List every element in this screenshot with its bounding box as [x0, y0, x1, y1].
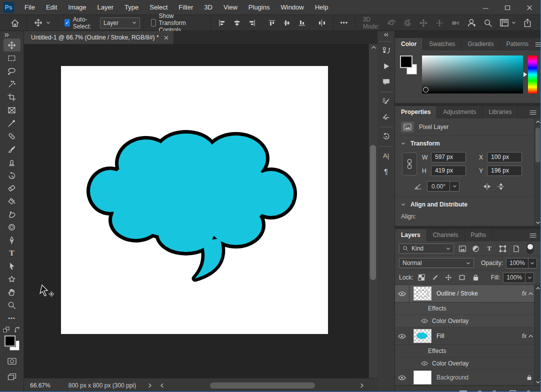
filter-type-layers-button[interactable]: T: [484, 244, 494, 254]
color-overlay-row[interactable]: Color Overlay: [395, 315, 541, 328]
collapse-panels-button[interactable]: [378, 31, 394, 38]
brush-tool[interactable]: [4, 142, 20, 156]
spot-healing-brush-tool[interactable]: [4, 130, 20, 142]
tab-libraries[interactable]: Libraries: [482, 106, 518, 118]
tool-preset-move[interactable]: [30, 16, 54, 30]
object-selection-tool[interactable]: [4, 78, 20, 90]
layer-thumbnail[interactable]: [414, 329, 432, 343]
hue-slider[interactable]: [528, 56, 537, 94]
menu-type[interactable]: Type: [119, 0, 144, 15]
tab-patterns[interactable]: Patterns: [500, 38, 535, 50]
menu-image[interactable]: Image: [62, 0, 92, 15]
canvas-pasteboard[interactable]: [24, 44, 368, 378]
share-button[interactable]: [520, 16, 536, 30]
menu-edit[interactable]: Edit: [40, 0, 62, 15]
more-options-button[interactable]: •••: [336, 16, 352, 30]
link-dimensions-button[interactable]: [402, 152, 417, 176]
flip-vertical-button[interactable]: [496, 182, 506, 190]
effect-visibility-toggle[interactable]: [395, 318, 428, 324]
foreground-background-swatches[interactable]: [4, 336, 20, 350]
lock-all-button[interactable]: [470, 272, 481, 283]
height-field[interactable]: 419 px: [431, 166, 466, 176]
history-panel-icon[interactable]: [380, 130, 393, 143]
scroll-down-icon[interactable]: [536, 222, 540, 224]
effect-visibility-toggle[interactable]: [395, 361, 428, 366]
tab-channels[interactable]: Channels: [427, 229, 465, 242]
align-left-edges-button[interactable]: [214, 16, 230, 30]
status-popup-icon[interactable]: [148, 383, 152, 388]
layer-thumbnail[interactable]: [414, 370, 432, 384]
tab-color[interactable]: Color: [395, 38, 423, 50]
align-section-header[interactable]: Align and Distribute: [395, 197, 541, 212]
add-layer-style-button[interactable]: fx: [444, 390, 450, 392]
add-layer-mask-button[interactable]: [459, 390, 468, 392]
fill-field[interactable]: 100%: [503, 272, 534, 283]
align-bottom-edges-button[interactable]: [294, 16, 310, 30]
filter-toggle-switch[interactable]: [526, 243, 534, 254]
layer-row-background[interactable]: Background: [395, 370, 541, 386]
distribute-horizontal-centers-button[interactable]: [314, 16, 330, 30]
properties-panel-menu-icon[interactable]: [530, 106, 541, 118]
layer-name[interactable]: Background: [436, 374, 526, 381]
chevron-down-icon[interactable]: [450, 182, 459, 191]
layers-panel-menu-icon[interactable]: [530, 229, 541, 242]
new-group-button[interactable]: [492, 390, 500, 392]
zoom-level[interactable]: 66.67%: [24, 382, 56, 389]
canvas[interactable]: [61, 66, 328, 334]
width-field[interactable]: 597 px: [431, 152, 466, 162]
canvas-vertical-scrollbar[interactable]: [368, 44, 378, 378]
align-top-edges-button[interactable]: [264, 16, 280, 30]
color-panel-menu-icon[interactable]: [535, 38, 541, 50]
menu-help[interactable]: Help: [310, 0, 334, 15]
tab-adjustments[interactable]: Adjustments: [437, 106, 482, 118]
paragraph-panel-icon[interactable]: ¶: [380, 164, 393, 178]
menu-layer[interactable]: Layer: [92, 0, 120, 15]
layer-thumbnail[interactable]: [414, 286, 432, 300]
tab-swatches[interactable]: Swatches: [423, 38, 462, 50]
menu-window[interactable]: Window: [275, 0, 309, 15]
screen-mode-button[interactable]: [4, 370, 20, 384]
history-brush-tool[interactable]: [4, 168, 20, 182]
frame-tool[interactable]: [4, 104, 20, 116]
filter-shape-layers-button[interactable]: [498, 244, 508, 254]
character-panel-icon[interactable]: A|: [380, 149, 393, 162]
chevron-down-icon[interactable]: [528, 258, 536, 268]
tab-gradients[interactable]: Gradients: [462, 38, 500, 50]
lock-image-pixels-button[interactable]: [430, 272, 440, 283]
new-adjustment-layer-button[interactable]: [476, 390, 484, 392]
minimize-button[interactable]: [474, 0, 496, 14]
auto-select-target-dropdown[interactable]: Layer: [100, 18, 140, 28]
path-selection-tool[interactable]: [4, 260, 20, 272]
blend-mode-dropdown[interactable]: Normal: [399, 258, 474, 268]
filter-pixel-layers-button[interactable]: [457, 244, 468, 254]
search-button[interactable]: [480, 16, 496, 30]
properties-scroll-thumb[interactable]: [536, 128, 540, 162]
document-tab[interactable]: Untitled-1 @ 66.7% (Outline / Stroke, RG…: [24, 31, 174, 44]
flip-horizontal-button[interactable]: [482, 182, 492, 190]
scroll-up-icon[interactable]: [536, 287, 540, 290]
foreground-color-swatch[interactable]: [4, 336, 16, 346]
smudge-tool[interactable]: [4, 208, 20, 220]
layer-row-fill[interactable]: Fill fx: [395, 328, 541, 345]
swap-colors-icon[interactable]: [14, 327, 20, 334]
align-right-edges-button[interactable]: [244, 16, 260, 30]
workspace-switcher-button[interactable]: [496, 16, 520, 30]
layers-scrollbar[interactable]: [534, 285, 541, 386]
hue-slider-arrow[interactable]: [524, 72, 527, 77]
pen-tool[interactable]: [4, 234, 20, 246]
visibility-toggle[interactable]: [395, 370, 410, 385]
quick-mask-mode-button[interactable]: [4, 354, 20, 368]
eyedropper-tool[interactable]: [4, 116, 20, 130]
color-field-selector[interactable]: [423, 87, 428, 92]
zoom-tool[interactable]: [4, 298, 20, 312]
horizontal-scroll-thumb[interactable]: [210, 382, 315, 388]
clone-stamp-tool[interactable]: [4, 156, 20, 168]
properties-scrollbar[interactable]: [534, 118, 541, 226]
close-tab-icon[interactable]: [164, 36, 168, 40]
lock-artboard-nesting-button[interactable]: [457, 272, 468, 283]
expand-tools-button[interactable]: [0, 31, 24, 38]
effects-row[interactable]: Effects: [395, 345, 541, 358]
tab-paths[interactable]: Paths: [464, 229, 492, 242]
color-overlay-row[interactable]: Color Overlay: [395, 358, 541, 370]
chevron-down-icon[interactable]: [525, 273, 534, 282]
